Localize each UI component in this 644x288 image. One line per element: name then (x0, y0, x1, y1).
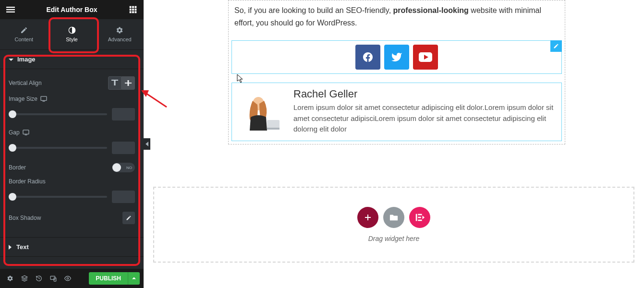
apps-icon[interactable] (127, 4, 139, 15)
svg-rect-33 (418, 214, 422, 216)
tab-style[interactable]: Style (48, 19, 96, 49)
twitter-button[interactable] (384, 45, 409, 70)
tabs: Content Style Advanced (0, 19, 144, 50)
drop-text: Drag widget here (368, 235, 420, 242)
svg-rect-11 (134, 11, 136, 13)
navigator-icon[interactable] (18, 272, 31, 285)
preview-icon[interactable] (61, 272, 74, 285)
section-image-body: Vertical Align Image Size (0, 69, 144, 237)
youtube-button[interactable] (413, 45, 438, 70)
svg-rect-34 (418, 217, 421, 218)
slider-thumb[interactable] (9, 193, 16, 201)
widget-edit-button[interactable] (550, 40, 562, 52)
responsive-icon[interactable] (23, 130, 29, 135)
svg-rect-6 (130, 9, 132, 11)
author-image (237, 88, 285, 136)
author-name: Rachel Geller (293, 88, 557, 100)
gap-input[interactable] (112, 142, 135, 154)
box-shadow-edit-button[interactable] (122, 212, 135, 224)
svg-rect-32 (416, 214, 417, 221)
section-text-title: Text (16, 243, 29, 251)
topbar: Edit Author Box (0, 0, 144, 19)
drop-section[interactable]: Drag widget here (153, 187, 634, 263)
settings-icon[interactable] (4, 272, 16, 285)
section-text: Text (0, 237, 144, 257)
canvas: So, if you are looking to build an SEO-f… (153, 0, 644, 288)
author-box-widget[interactable]: Rachel Geller Lorem ipsum dolor sit amet… (231, 83, 562, 141)
svg-rect-0 (6, 7, 15, 8)
elementskit-button[interactable] (409, 207, 430, 228)
sidebar-panel: Edit Author Box Content Style Advanced I… (0, 0, 144, 288)
social-icons-widget[interactable] (231, 40, 562, 74)
bottom-bar: PUBLISH (0, 269, 144, 288)
svg-rect-35 (418, 220, 422, 221)
tab-advanced[interactable]: Advanced (96, 19, 144, 49)
content-text: So, if you are looking to build an SEO-f… (231, 0, 562, 40)
border-radius-slider[interactable] (9, 196, 107, 198)
svg-rect-13 (111, 80, 118, 81)
history-icon[interactable] (33, 272, 45, 285)
tab-content[interactable]: Content (0, 19, 48, 49)
svg-rect-8 (134, 9, 136, 11)
svg-rect-10 (132, 11, 134, 13)
label-border-radius: Border Radius (9, 178, 46, 185)
responsive-icon[interactable] (47, 272, 60, 285)
svg-rect-3 (130, 6, 132, 8)
template-button[interactable] (383, 207, 404, 228)
svg-rect-28 (267, 120, 279, 129)
label-border: Border (9, 164, 26, 171)
svg-rect-1 (6, 9, 15, 10)
publish-button[interactable]: PUBLISH (89, 272, 128, 285)
svg-point-21 (67, 277, 69, 279)
panel-title: Edit Author Box (16, 6, 127, 13)
vertical-align-group (108, 76, 135, 90)
image-size-input[interactable] (112, 108, 135, 120)
author-body: Rachel Geller Lorem ipsum dolor sit amet… (293, 88, 557, 136)
menu-icon[interactable] (5, 4, 16, 15)
collapse-handle[interactable] (144, 138, 150, 150)
align-top-button[interactable] (108, 76, 122, 90)
switch-thumb (112, 163, 121, 172)
slider-thumb[interactable] (9, 110, 16, 118)
facebook-button[interactable] (355, 45, 380, 70)
gap-slider[interactable] (9, 147, 107, 149)
svg-rect-9 (130, 11, 132, 13)
svg-rect-14 (114, 81, 116, 85)
section-image-title: Image (17, 56, 36, 63)
drop-buttons (357, 207, 430, 228)
tab-advanced-label: Advanced (108, 36, 132, 42)
image-size-slider[interactable] (9, 113, 107, 115)
label-box-shadow: Box Shadow (9, 215, 41, 221)
section-text-header[interactable]: Text (0, 237, 144, 257)
border-switch[interactable]: NO (112, 163, 135, 172)
svg-rect-31 (365, 217, 371, 218)
section-image: Image Vertical Align Image Size (0, 50, 144, 237)
section-image-header[interactable]: Image (0, 50, 144, 69)
switch-label: NO (126, 166, 132, 170)
svg-rect-5 (134, 6, 136, 8)
responsive-icon[interactable] (40, 96, 47, 102)
border-radius-input[interactable] (112, 191, 135, 203)
svg-rect-16 (128, 80, 129, 86)
svg-rect-29 (267, 128, 279, 130)
add-section-button[interactable] (357, 207, 378, 228)
tab-content-label: Content (15, 36, 34, 42)
svg-rect-2 (6, 12, 15, 12)
label-gap: Gap (9, 129, 20, 136)
svg-rect-4 (132, 6, 134, 8)
svg-rect-17 (41, 96, 47, 101)
author-description: Lorem ipsum dolor sit amet consectetur a… (293, 102, 557, 135)
align-middle-button[interactable] (122, 76, 135, 90)
slider-thumb[interactable] (9, 144, 16, 152)
label-vertical-align: Vertical Align (9, 80, 42, 86)
label-image-size: Image Size (9, 96, 37, 102)
svg-rect-18 (23, 130, 29, 134)
publish-caret[interactable] (128, 272, 140, 285)
tab-style-label: Style (66, 36, 77, 42)
content-section[interactable]: So, if you are looking to build an SEO-f… (228, 0, 565, 144)
svg-rect-7 (132, 9, 134, 11)
